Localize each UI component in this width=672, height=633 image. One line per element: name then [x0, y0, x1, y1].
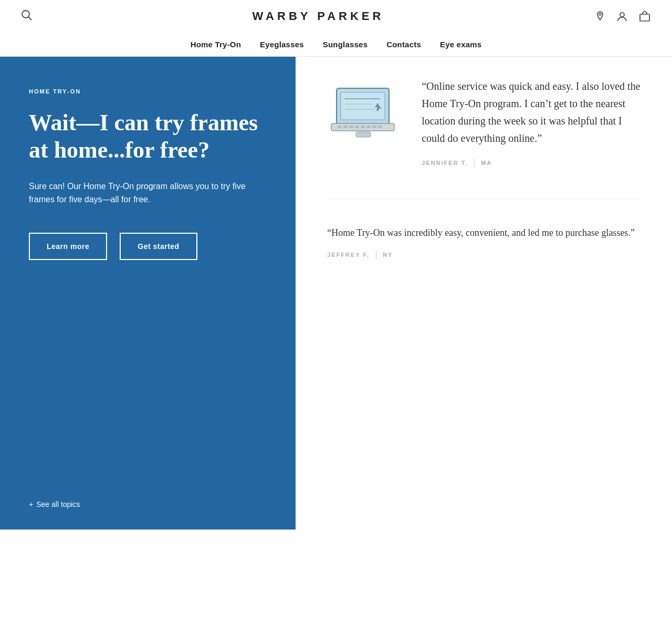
- nav-eye-exams[interactable]: Eye exams: [440, 40, 481, 49]
- see-all-label: See all topics: [36, 500, 80, 509]
- testimonial-1-text: “Online service was quick and easy. I al…: [422, 78, 640, 167]
- testimonial-1-attribution: JENNIFER T. MA: [422, 159, 640, 167]
- get-started-button[interactable]: Get started: [120, 233, 197, 260]
- testimonial-2-quote: “Home Try-On was incredibly easy, conven…: [327, 225, 640, 241]
- svg-rect-15: [355, 126, 359, 128]
- nav-contacts[interactable]: Contacts: [386, 40, 421, 49]
- main-nav: Home Try-On Eyeglasses Sunglasses Contac…: [191, 33, 482, 56]
- section-label: HOME TRY-ON: [29, 88, 267, 95]
- testimonial-2-name: JEFFREY F.: [327, 252, 370, 258]
- svg-line-1: [29, 17, 32, 20]
- left-panel: HOME TRY-ON Wait—I can try frames at hom…: [0, 57, 296, 530]
- hero-description: Sure can! Our Home Try-On program allows…: [29, 180, 267, 206]
- attribution-divider: [474, 159, 475, 167]
- svg-rect-4: [640, 14, 649, 21]
- attribution-divider-2: [376, 251, 376, 259]
- svg-rect-16: [361, 126, 365, 128]
- testimonial-1: “Online service was quick and easy. I al…: [327, 78, 640, 167]
- search-icon[interactable]: [21, 9, 33, 21]
- hero-title: Wait—I can try frames at home...for free…: [29, 109, 267, 164]
- nav-eyeglasses[interactable]: Eyeglasses: [260, 40, 304, 49]
- testimonial-2-attribution: JEFFREY F. NY: [327, 251, 640, 259]
- header: WARBY PARKER Home Try-On Eyeglasses Sung…: [0, 0, 672, 57]
- header-right-icons: [594, 11, 651, 22]
- cart-icon[interactable]: [638, 11, 651, 22]
- svg-rect-12: [338, 126, 342, 128]
- svg-rect-19: [378, 126, 382, 128]
- svg-point-0: [22, 11, 29, 18]
- main-content: HOME TRY-ON Wait—I can try frames at hom…: [0, 57, 672, 530]
- location-icon[interactable]: [594, 11, 606, 22]
- testimonial-2-location: NY: [383, 252, 393, 258]
- site-logo: WARBY PARKER: [42, 9, 594, 23]
- svg-rect-20: [356, 132, 371, 137]
- svg-point-3: [620, 13, 624, 17]
- account-icon[interactable]: [616, 11, 628, 22]
- nav-home-tryon[interactable]: Home Try-On: [191, 40, 241, 49]
- testimonial-1-quote: “Online service was quick and easy. I al…: [422, 78, 640, 147]
- svg-rect-18: [372, 126, 376, 128]
- laptop-illustration: [327, 83, 401, 141]
- see-all-topics[interactable]: + See all topics: [29, 495, 267, 509]
- testimonial-1-location: MA: [481, 160, 492, 166]
- button-row: Learn more Get started: [29, 233, 267, 260]
- search-icon-area: [21, 9, 42, 23]
- right-panel: “Online service was quick and easy. I al…: [296, 57, 672, 530]
- see-all-plus-icon: +: [29, 500, 33, 509]
- svg-rect-14: [349, 126, 353, 128]
- nav-sunglasses[interactable]: Sunglasses: [323, 40, 368, 49]
- testimonial-1-name: JENNIFER T.: [422, 160, 468, 166]
- left-panel-content: HOME TRY-ON Wait—I can try frames at hom…: [29, 88, 267, 495]
- svg-rect-13: [343, 126, 348, 128]
- header-top: WARBY PARKER: [0, 0, 672, 33]
- svg-rect-17: [366, 126, 371, 128]
- learn-more-button[interactable]: Learn more: [29, 233, 107, 260]
- svg-point-2: [599, 13, 601, 15]
- testimonial-2: “Home Try-On was incredibly easy, conven…: [327, 199, 640, 259]
